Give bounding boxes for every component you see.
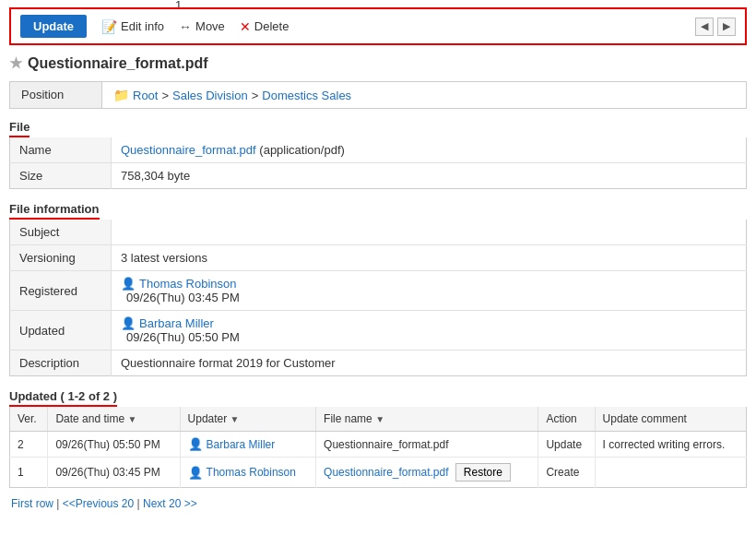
update-table-header-row: Ver. Date and time ▼ Updater ▼ File name… <box>10 407 747 432</box>
row1-ver: 2 <box>10 432 48 458</box>
updated-user-name: Barbara Miller <box>139 316 214 330</box>
updated-user-icon: 👤 <box>121 316 136 330</box>
document-title: Questionnaire_format.pdf <box>28 55 208 72</box>
first-row-link[interactable]: First row <box>11 497 53 510</box>
registered-date: 09/26(Thu) 03:45 PM <box>126 291 240 304</box>
row1-updater-name: Barbara Miller <box>207 438 276 451</box>
position-row: Position 📁 Root > Sales Division > Domes… <box>9 81 747 109</box>
registered-user-link[interactable]: 👤 Thomas Robinson <box>121 277 737 291</box>
row1-updater: 👤 Barbara Miller <box>180 432 316 458</box>
next-arrow[interactable]: ▶ <box>717 18 736 36</box>
restore-button[interactable]: Restore <box>455 463 511 482</box>
registered-value: 👤 Thomas Robinson 09/26(Thu) 03:45 PM <box>112 271 747 311</box>
file-size-label: Size <box>10 163 112 189</box>
position-label: Position <box>10 82 102 108</box>
versioning-row: Versioning 3 latest versions <box>10 245 747 271</box>
subject-value <box>112 220 747 245</box>
breadcrumb-sep1: > <box>161 89 169 102</box>
file-type: (application/pdf) <box>259 143 345 157</box>
file-name-value: Questionnaire_format.pdf (application/pd… <box>112 137 747 163</box>
row1-action: Update <box>538 432 595 458</box>
versioning-value: 3 latest versions <box>112 245 747 271</box>
delete-label: Delete <box>254 19 289 33</box>
nav-arrows: ◀ ▶ <box>695 18 736 36</box>
registered-row: Registered 👤 Thomas Robinson 09/26(Thu) … <box>10 271 747 311</box>
row1-updater-icon: 👤 <box>188 437 203 451</box>
file-name-row: Name Questionnaire_format.pdf (applicati… <box>10 137 747 163</box>
updated-label: Updated <box>10 311 112 351</box>
updated-user-link[interactable]: 👤 Barbara Miller <box>121 316 737 330</box>
updated-date: 09/26(Thu) 05:50 PM <box>126 330 240 344</box>
col-updater[interactable]: Updater ▼ <box>180 407 316 432</box>
row2-date: 09/26(Thu) 03:45 PM <box>48 458 180 488</box>
breadcrumb-sep2: > <box>252 89 259 102</box>
prev-arrow[interactable]: ◀ <box>695 18 714 36</box>
sort-icon-date: ▼ <box>127 414 136 424</box>
breadcrumb-division[interactable]: Sales Division <box>172 89 248 102</box>
col-date-time[interactable]: Date and time ▼ <box>48 407 180 432</box>
col-file-name-label: File name <box>324 412 372 425</box>
breadcrumb-dept[interactable]: Domestics Sales <box>262 89 351 102</box>
star-icon[interactable]: ★ <box>9 54 22 72</box>
move-icon: ↔ <box>179 19 192 34</box>
versioning-label: Versioning <box>10 245 112 271</box>
row2-action: Create <box>538 458 595 488</box>
table-row: 2 09/26(Thu) 05:50 PM 👤 Barbara Miller Q… <box>10 432 747 458</box>
edit-info-label: Edit info <box>121 19 164 33</box>
prev-link[interactable]: <<Previous 20 <box>63 497 134 510</box>
row2-ver: 1 <box>10 458 48 488</box>
row2-filename: Questionnaire_format.pdf Restore <box>316 458 538 488</box>
delete-icon: ✕ <box>240 19 251 34</box>
sort-icon-updater: ▼ <box>230 414 240 424</box>
folder-icon: 📁 <box>113 88 129 102</box>
row2-updater-name: Thomas Robinson <box>207 466 296 479</box>
position-value: 📁 Root > Sales Division > Domestics Sale… <box>102 82 362 108</box>
delete-action[interactable]: ✕ Delete <box>240 19 289 34</box>
pagination-row: First row | <<Previous 20 | Next 20 >> <box>9 493 747 514</box>
registered-user-icon: 👤 <box>121 277 136 291</box>
row2-file-link[interactable]: Questionnaire_format.pdf <box>324 466 448 479</box>
subject-row: Subject <box>10 220 747 245</box>
updated-value: 👤 Barbara Miller 09/26(Thu) 05:50 PM <box>112 311 747 351</box>
col-file-name[interactable]: File name ▼ <box>316 407 538 432</box>
description-value: Questionnaire format 2019 for Customer <box>112 351 747 376</box>
row1-updater-link[interactable]: 👤 Barbara Miller <box>188 437 309 451</box>
move-action[interactable]: ↔ Move <box>179 19 225 34</box>
col-ver: Ver. <box>10 407 48 432</box>
row1-comment: I corrected writing errors. <box>595 432 746 458</box>
description-label: Description <box>10 351 112 376</box>
edit-icon: 📝 <box>101 19 117 34</box>
file-size-value: 758,304 byte <box>112 163 747 189</box>
file-information-table: Subject Versioning 3 latest versions Reg… <box>9 220 747 376</box>
updated-row: Updated 👤 Barbara Miller 09/26(Thu) 05:5… <box>10 311 747 351</box>
updated-section-header: Updated ( 1-2 of 2 ) <box>9 389 117 407</box>
row1-filename: Questionnaire_format.pdf <box>316 432 538 458</box>
toolbar: Update 📝 Edit info ↔ Move ✕ Delete ◀ ▶ <box>9 7 747 45</box>
registered-label: Registered <box>10 271 112 311</box>
col-updater-label: Updater <box>188 412 228 425</box>
description-row: Description Questionnaire format 2019 fo… <box>10 351 747 376</box>
breadcrumb-root[interactable]: Root <box>133 89 158 102</box>
document-title-row: ★ Questionnaire_format.pdf <box>9 54 747 72</box>
registered-user-name: Thomas Robinson <box>139 277 237 291</box>
file-name-label: Name <box>10 137 112 163</box>
next-link[interactable]: Next 20 >> <box>143 497 197 510</box>
row2-updater-icon: 👤 <box>188 466 203 480</box>
row1-date: 09/26(Thu) 05:50 PM <box>48 432 180 458</box>
row2-comment <box>595 458 746 488</box>
col-action: Action <box>538 407 595 432</box>
col-date-time-label: Date and time <box>55 412 124 425</box>
file-name-link[interactable]: Questionnaire_format.pdf <box>121 143 256 157</box>
subject-label: Subject <box>10 220 112 245</box>
row2-updater-link[interactable]: 👤 Thomas Robinson <box>188 466 309 480</box>
file-info-table: Name Questionnaire_format.pdf (applicati… <box>9 137 747 189</box>
edit-info-action[interactable]: 📝 Edit info <box>101 19 164 34</box>
col-comment: Update comment <box>595 407 746 432</box>
sort-icon-filename: ▼ <box>375 414 384 424</box>
update-button[interactable]: Update <box>20 15 87 38</box>
file-section-header: File <box>9 120 30 137</box>
file-size-row: Size 758,304 byte <box>10 163 747 189</box>
row2-updater: 👤 Thomas Robinson <box>180 458 316 488</box>
move-label: Move <box>195 19 225 33</box>
file-info-section-header: File information <box>9 202 100 220</box>
